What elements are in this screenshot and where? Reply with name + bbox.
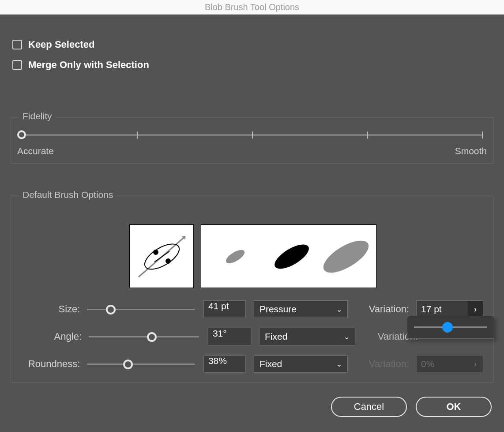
brush-preview-strokes-icon [201, 225, 377, 288]
merge-only-selection-checkbox[interactable] [12, 60, 22, 70]
dialog-panel: Keep Selected Merge Only with Selection … [0, 15, 504, 432]
chevron-right-icon: › [468, 356, 483, 372]
fidelity-accurate-label: Accurate [17, 146, 54, 156]
default-brush-legend: Default Brush Options [19, 189, 117, 200]
ok-button[interactable]: OK [416, 397, 492, 417]
fidelity-slider-thumb[interactable] [17, 130, 26, 139]
brush-shape-ellipse-icon [130, 225, 194, 288]
keep-selected-label: Keep Selected [28, 39, 94, 50]
variation-popup-thumb[interactable] [442, 322, 453, 333]
roundness-slider[interactable] [87, 355, 195, 373]
size-input[interactable]: 41 pt [203, 300, 246, 318]
fidelity-legend: Fidelity [19, 111, 56, 121]
size-label: Size: [21, 303, 80, 315]
size-slider-thumb[interactable] [106, 305, 116, 315]
default-brush-options-group: Default Brush Options [11, 196, 493, 383]
roundness-label: Roundness: [21, 358, 80, 370]
chevron-down-icon: ⌄ [336, 305, 342, 314]
size-slider[interactable] [87, 300, 195, 318]
chevron-down-icon: ⌄ [344, 333, 350, 341]
roundness-control-dropdown[interactable]: Fixed ⌄ [254, 355, 348, 373]
svg-point-5 [165, 258, 171, 264]
roundness-slider-thumb[interactable] [123, 360, 133, 369]
angle-label: Angle: [21, 331, 82, 342]
angle-input[interactable]: 31° [208, 328, 251, 345]
size-variation-label: Variation: [361, 303, 409, 315]
merge-only-selection-row[interactable]: Merge Only with Selection [12, 59, 493, 71]
angle-control-dropdown[interactable]: Fixed ⌄ [259, 328, 355, 345]
fidelity-group: Fidelity Accurate Smooth [11, 117, 493, 164]
angle-slider[interactable] [89, 328, 199, 345]
roundness-row: Roundness: 38% Fixed ⌄ Variation: 0% › [21, 355, 483, 373]
size-row: Size: 41 pt Pressure ⌄ Variation: 17 pt … [21, 300, 483, 318]
fidelity-smooth-label: Smooth [455, 146, 487, 156]
keep-selected-checkbox[interactable] [12, 40, 22, 49]
chevron-right-icon[interactable]: › [468, 301, 483, 318]
svg-point-4 [153, 250, 158, 255]
svg-point-6 [224, 247, 246, 266]
variation-popup-slider[interactable] [407, 316, 494, 339]
svg-point-7 [271, 240, 312, 273]
size-variation-field[interactable]: 17 pt › [416, 300, 483, 318]
brush-stroke-preview [201, 224, 376, 288]
cancel-button[interactable]: Cancel [331, 397, 407, 417]
roundness-variation-label: Variation: [361, 358, 409, 370]
fidelity-slider[interactable] [22, 134, 482, 136]
chevron-down-icon: ⌄ [336, 360, 342, 368]
svg-point-8 [319, 235, 373, 279]
window-title: Blob Brush Tool Options [0, 0, 504, 15]
roundness-input[interactable]: 38% [203, 355, 246, 373]
size-control-dropdown[interactable]: Pressure ⌄ [254, 300, 348, 318]
merge-only-selection-label: Merge Only with Selection [28, 59, 149, 71]
dialog-footer: Cancel OK [331, 397, 492, 417]
roundness-variation-field: 0% › [416, 355, 483, 373]
angle-slider-thumb[interactable] [147, 332, 157, 342]
keep-selected-row[interactable]: Keep Selected [12, 39, 493, 50]
brush-shape-editor[interactable] [129, 224, 194, 288]
